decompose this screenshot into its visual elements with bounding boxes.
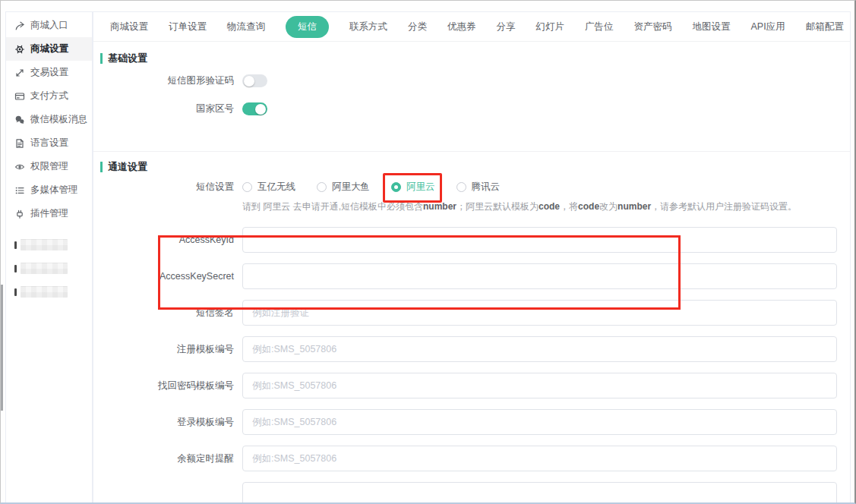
sidebar-item-mall-settings[interactable]: 商城设置 [6, 37, 92, 61]
tab-contact-info[interactable]: 联系方式 [349, 20, 387, 33]
tab-sms[interactable]: 短信 [286, 16, 329, 38]
access-key-secret-input[interactable] [242, 263, 837, 289]
tab-slideshow[interactable]: 幻灯片 [536, 20, 565, 33]
channel-fields: AccessKeyId AccessKeySecret 短信签名 注册模板编号 [93, 227, 850, 502]
sms-captcha-toggle[interactable] [242, 74, 267, 87]
gear-icon [14, 44, 25, 55]
country-code-label: 国家区号 [93, 102, 242, 115]
register-template-row: 注册模板编号 [93, 336, 850, 362]
sidebar-item-wechat-template-messages[interactable]: 微信模板消息 [6, 108, 92, 131]
plugin-icon [14, 209, 25, 219]
tab-mailbox-config[interactable]: 邮箱配置 [806, 20, 844, 33]
country-code-row: 国家区号 [93, 102, 850, 115]
sms-signature-row: 短信签名 [93, 300, 850, 326]
sidebar-item-label: 商城入口 [30, 19, 68, 32]
register-template-label: 注册模板编号 [93, 343, 242, 356]
tab-asset-password[interactable]: 资产密码 [634, 20, 672, 33]
trade-arrows-icon [14, 68, 25, 78]
sidebar-item-label: 支付方式 [30, 90, 68, 102]
tab-map-settings[interactable]: 地图设置 [693, 20, 731, 33]
radio-icon [317, 182, 327, 192]
tab-api-app[interactable]: API应用 [751, 20, 785, 33]
radio-huyi-wireless[interactable]: 互亿无线 [242, 181, 295, 194]
access-key-secret-label: AccessKeySecret [93, 271, 242, 282]
credit-card-icon [14, 91, 25, 102]
sidebar-item-plugin-management[interactable]: 插件管理 [6, 202, 92, 225]
balance-reminder-label: 余额定时提醒 [93, 452, 242, 465]
password-recovery-template-input[interactable] [242, 373, 837, 398]
access-key-annotated-group: AccessKeyId AccessKeySecret [93, 227, 850, 289]
country-code-toggle[interactable] [242, 102, 267, 115]
tab-categories[interactable]: 分类 [408, 20, 427, 33]
tab-share[interactable]: 分享 [497, 20, 516, 33]
sidebar: 商城入口 商城设置 交易设置 支付方式 微信模板消息 [5, 11, 93, 502]
sidebar-item-permission-management[interactable]: 权限管理 [6, 155, 92, 178]
access-key-id-label: AccessKeyId [93, 235, 242, 245]
sidebar-item-label: 商城设置 [30, 43, 68, 55]
aliyun-hint-row: 请到 阿里云 去申请开通,短信模板中必须包含number；阿里云默认模板为cod… [93, 200, 850, 213]
balance-reminder-row: 余额定时提醒 [93, 446, 850, 471]
section-accent-bar [100, 162, 103, 172]
login-template-input[interactable] [242, 409, 837, 435]
access-key-secret-row: AccessKeySecret [93, 263, 850, 289]
radio-label: 阿里云 [406, 181, 435, 194]
basic-settings-section: 基础设置 短信图形验证码 国家区号 [93, 42, 850, 151]
section-accent-bar [100, 53, 103, 64]
aliyun-hint-text: 请到 阿里云 去申请开通,短信模板中必须包含number；阿里云默认模板为cod… [242, 200, 797, 213]
radio-aliyun[interactable]: 阿里云 [391, 181, 435, 194]
sms-signature-label: 短信签名 [93, 307, 242, 320]
sidebar-item-payment-methods[interactable]: 支付方式 [6, 84, 92, 108]
left-scrollbar-thumb[interactable] [1, 285, 3, 411]
sidebar-item-masked-3[interactable] [6, 280, 92, 304]
section-title-text: 基础设置 [108, 52, 147, 65]
wechat-bubbles-icon [14, 115, 25, 125]
section-title-text: 通道设置 [108, 160, 147, 174]
redacted-icon [14, 241, 17, 249]
language-doc-icon [14, 138, 25, 149]
sms-signature-input[interactable] [242, 300, 837, 326]
tab-bar: 商城设置 订单设置 物流查询 短信 联系方式 分类 优惠券 分享 幻灯片 广告位… [93, 12, 850, 42]
redacted-icon [14, 265, 17, 272]
sms-captcha-label: 短信图形验证码 [93, 74, 242, 87]
sidebar-item-label: 权限管理 [30, 160, 68, 173]
register-template-input[interactable] [242, 336, 837, 362]
mall-entrance-icon [14, 20, 25, 31]
access-key-id-input[interactable] [242, 227, 837, 253]
tab-mall-settings[interactable]: 商城设置 [110, 20, 148, 33]
sidebar-item-trade-settings[interactable]: 交易设置 [6, 61, 92, 84]
sidebar-item-label: 多媒体管理 [30, 184, 78, 197]
sms-provider-row: 短信设置 互亿无线 阿里大鱼 阿里云 [93, 181, 850, 194]
sidebar-item-label: 语言设置 [30, 137, 68, 150]
sidebar-item-multimedia-management[interactable]: 多媒体管理 [6, 178, 92, 202]
tab-ad-slots[interactable]: 广告位 [585, 20, 614, 33]
section-title: 通道设置 [100, 160, 850, 174]
sidebar-item-masked-2[interactable] [6, 257, 92, 280]
sidebar-item-masked-1[interactable] [6, 233, 92, 257]
tab-coupons[interactable]: 优惠券 [447, 20, 476, 33]
tab-order-settings[interactable]: 订单设置 [169, 20, 207, 33]
section-title: 基础设置 [100, 52, 850, 65]
partial-bottom-input[interactable] [242, 482, 837, 502]
sidebar-item-language-settings[interactable]: 语言设置 [6, 131, 92, 155]
radio-ali-dayu[interactable]: 阿里大鱼 [317, 181, 370, 194]
balance-reminder-input[interactable] [242, 446, 837, 471]
radio-label: 阿里大鱼 [332, 181, 370, 194]
redacted-label [21, 263, 68, 274]
access-key-id-row: AccessKeyId [93, 227, 850, 253]
toggle-knob [255, 104, 266, 115]
redacted-label [21, 239, 68, 250]
radio-label: 互亿无线 [257, 181, 295, 194]
radio-tencent-cloud[interactable]: 腾讯云 [456, 181, 501, 194]
tab-logistics-query[interactable]: 物流查询 [227, 20, 265, 33]
settings-panel: 商城设置 订单设置 物流查询 短信 联系方式 分类 优惠券 分享 幻灯片 广告位… [93, 11, 851, 502]
channel-settings-section: 通道设置 短信设置 互亿无线 阿里大鱼 阿里云 [93, 151, 850, 502]
media-list-icon [14, 185, 25, 196]
sidebar-item-mall-entrance[interactable]: 商城入口 [6, 14, 92, 37]
login-template-row: 登录模板编号 [93, 409, 850, 435]
radio-label: 腾讯云 [472, 181, 501, 194]
sms-provider-radio-group: 互亿无线 阿里大鱼 阿里云 腾讯云 [242, 181, 521, 194]
password-recovery-template-row: 找回密码模板编号 [93, 373, 850, 398]
sms-provider-label: 短信设置 [93, 181, 242, 194]
radio-icon [242, 182, 252, 192]
redacted-label [21, 286, 68, 298]
